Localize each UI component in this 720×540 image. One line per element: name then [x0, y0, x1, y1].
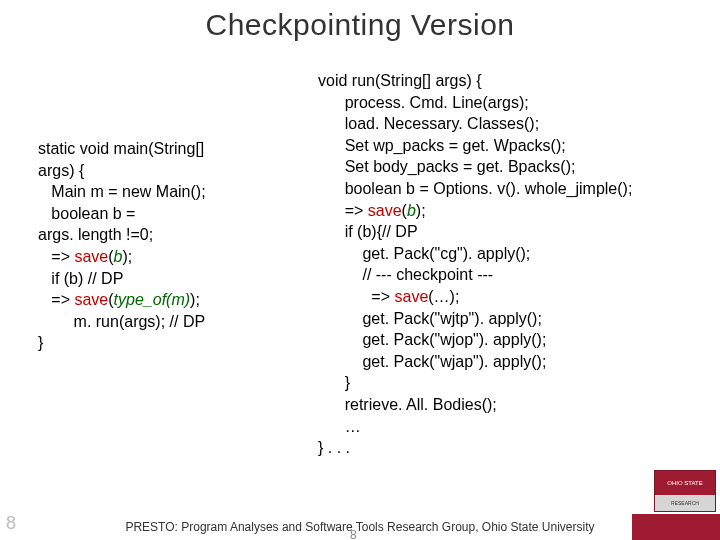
code-line: Set body_packs = get. Bpacks();	[318, 156, 720, 178]
content-area: static void main(String[] args) { Main m…	[0, 70, 720, 459]
code-line: Set wp_packs = get. Wpacks();	[318, 135, 720, 157]
code-line: => save(type_of(m));	[38, 289, 318, 311]
code-line: get. Pack("cg"). apply();	[318, 243, 720, 265]
seg: );	[123, 248, 133, 265]
code-line: get. Pack("wjop"). apply();	[318, 329, 720, 351]
osu-logo: OHIO STATE RESEARCH	[654, 470, 716, 512]
slide: Checkpointing Version static void main(S…	[0, 0, 720, 540]
seg: );	[416, 202, 426, 219]
code-line: load. Necessary. Classes();	[318, 113, 720, 135]
code-line: => save(…);	[318, 286, 720, 308]
code-line: args. length !=0;	[38, 224, 318, 246]
code-line: static void main(String[]	[38, 138, 318, 160]
code-line: } . . .	[318, 437, 720, 459]
right-code-block: void run(String[] args) { process. Cmd. …	[318, 70, 720, 459]
code-line: void run(String[] args) {	[318, 70, 720, 92]
left-code-block: static void main(String[] args) { Main m…	[0, 70, 318, 459]
seg: =>	[38, 248, 74, 265]
logo-top: OHIO STATE	[655, 471, 715, 495]
seg: =>	[318, 288, 394, 305]
code-line: // --- checkpoint ---	[318, 264, 720, 286]
slide-title: Checkpointing Version	[0, 0, 720, 42]
page-number-small: 8	[350, 528, 357, 540]
seg: =>	[38, 291, 74, 308]
arg-italic: b	[407, 202, 416, 219]
code-line: boolean b = Options. v(). whole_jimple()…	[318, 178, 720, 200]
save-keyword: save	[394, 288, 428, 305]
footer-text: PRESTO: Program Analyses and Software To…	[0, 520, 720, 534]
logo-bottom: RESEARCH	[655, 495, 715, 511]
code-line: if (b) // DP	[38, 268, 318, 290]
seg: );	[190, 291, 200, 308]
code-line: }	[318, 372, 720, 394]
code-line: }	[38, 332, 318, 354]
code-line: => save(b);	[38, 246, 318, 268]
code-line: Main m = new Main();	[38, 181, 318, 203]
arg-italic: b	[114, 248, 123, 265]
code-line: if (b){// DP	[318, 221, 720, 243]
logo-top-text: OHIO STATE	[667, 480, 702, 486]
save-keyword: save	[74, 291, 108, 308]
seg: =>	[318, 202, 368, 219]
accent-bar	[632, 514, 720, 540]
code-line: boolean b =	[38, 203, 318, 225]
code-line: => save(b);	[318, 200, 720, 222]
code-line: retrieve. All. Bodies();	[318, 394, 720, 416]
code-line: m. run(args); // DP	[38, 311, 318, 333]
save-keyword: save	[74, 248, 108, 265]
code-line: get. Pack("wjap"). apply();	[318, 351, 720, 373]
arg-italic: type_of(m)	[114, 291, 190, 308]
code-line: …	[318, 416, 720, 438]
code-line: get. Pack("wjtp"). apply();	[318, 308, 720, 330]
seg: (…);	[428, 288, 459, 305]
save-keyword: save	[368, 202, 402, 219]
code-line: args) {	[38, 160, 318, 182]
code-line: process. Cmd. Line(args);	[318, 92, 720, 114]
logo-bottom-text: RESEARCH	[671, 501, 699, 506]
